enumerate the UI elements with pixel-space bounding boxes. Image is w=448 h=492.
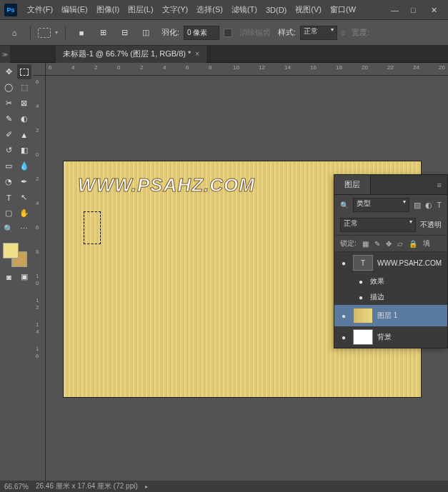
frame-tool[interactable]: ⊠: [17, 96, 32, 111]
lasso-tool[interactable]: ◯: [1, 80, 16, 95]
screenmode-tool[interactable]: ▣: [17, 269, 32, 284]
feather-input[interactable]: [184, 26, 219, 40]
layer-thumb: [353, 329, 373, 345]
document-tab[interactable]: 未标题-1 @ 66.7% (图层 1, RGB/8) * ×: [56, 46, 206, 63]
pen-tool[interactable]: ✒: [17, 174, 32, 189]
move-tool[interactable]: ✥: [1, 64, 16, 79]
dodge-tool[interactable]: ◔: [1, 174, 16, 189]
zoom-level[interactable]: 66.67%: [4, 483, 29, 491]
minimize-button[interactable]: ―: [391, 6, 399, 14]
eraser-tool[interactable]: ◧: [17, 143, 32, 158]
menu-3d[interactable]: 3D(D): [262, 3, 291, 17]
visibility-icon[interactable]: ●: [356, 278, 366, 286]
menu-edit[interactable]: 编辑(E): [57, 1, 92, 18]
layers-list: ● T WWW.PSAHZ.COM ● 效果 ● 描边 ● 图层 1 ● 背景: [334, 252, 447, 348]
marquee-tool[interactable]: [17, 64, 32, 79]
quickmask-tool[interactable]: ◙: [1, 269, 16, 284]
extra-tool[interactable]: ⋯: [17, 221, 32, 236]
search-icon[interactable]: 🔍: [340, 201, 349, 209]
filter-image-icon[interactable]: ▨: [414, 201, 421, 210]
hand-tool[interactable]: ✋: [17, 206, 32, 221]
effect-name: 描边: [370, 292, 384, 302]
shape-tool[interactable]: ▢: [1, 206, 16, 221]
layer-name: 背景: [377, 332, 392, 342]
menu-type[interactable]: 文字(Y): [158, 1, 193, 18]
maximize-button[interactable]: □: [411, 6, 419, 14]
gradient-tool[interactable]: ▭: [1, 159, 16, 174]
menu-layer[interactable]: 图层(L): [124, 1, 157, 18]
lock-paint-icon[interactable]: ✎: [374, 240, 380, 248]
document-tabs: 未标题-1 @ 66.7% (图层 1, RGB/8) * ×: [0, 46, 448, 63]
layer-item[interactable]: ● T WWW.PSAHZ.COM: [334, 252, 447, 273]
marquee-selection[interactable]: [84, 211, 101, 244]
ruler-vertical[interactable]: 6420246810121416: [33, 76, 46, 481]
lock-artboard-icon[interactable]: ▱: [397, 240, 403, 248]
filter-type-icon[interactable]: T: [437, 201, 442, 210]
visibility-icon[interactable]: ●: [356, 293, 366, 301]
new-selection-icon[interactable]: ■: [73, 24, 90, 41]
opacity-label: 不透明: [420, 220, 442, 230]
color-swatches[interactable]: [1, 241, 31, 266]
canvas-text: WWW.PSAHZ.COM: [78, 174, 255, 196]
close-button[interactable]: ✕: [431, 6, 439, 14]
menu-image[interactable]: 图像(I): [92, 1, 124, 18]
history-brush-tool[interactable]: ↺: [1, 143, 16, 158]
dock-collapse-icon[interactable]: ≫: [0, 46, 10, 63]
foreground-swatch[interactable]: [3, 243, 19, 258]
path-tool[interactable]: ↖: [17, 190, 32, 205]
app-logo: Ps: [4, 4, 17, 16]
blend-select[interactable]: 正常 ▾: [340, 218, 416, 232]
layer-item[interactable]: ● 背景: [334, 326, 447, 348]
subtract-selection-icon[interactable]: ⊟: [116, 24, 133, 41]
blur-tool[interactable]: 💧: [17, 159, 32, 174]
intersect-selection-icon[interactable]: ◫: [137, 24, 154, 41]
lock-pixels-icon[interactable]: ▦: [362, 240, 369, 248]
visibility-icon[interactable]: ●: [339, 333, 349, 341]
layers-panel: 图层 ≡ 🔍 类型 ▾ ▨ ◐ T 正常 ▾ 不透明 锁定: ▦ ✎ ✥ ▱ 🔒…: [334, 174, 448, 348]
menu-view[interactable]: 视图(V): [291, 1, 326, 18]
layer-thumb: T: [353, 255, 373, 271]
layer-item[interactable]: ● 图层 1: [334, 305, 447, 326]
style-label: 样式:: [278, 27, 296, 38]
layer-effect-stroke[interactable]: ● 描边: [334, 289, 447, 305]
layer-effects[interactable]: ● 效果: [334, 273, 447, 289]
layers-tab[interactable]: 图层: [334, 175, 371, 194]
crop-tool[interactable]: ✂: [1, 96, 16, 111]
add-selection-icon[interactable]: ⊞: [94, 24, 111, 41]
effects-label: 效果: [370, 276, 384, 286]
marquee-tool-preset-icon[interactable]: [38, 28, 51, 38]
stamp-tool[interactable]: ▲: [17, 127, 32, 142]
menu-filter[interactable]: 滤镜(T): [227, 1, 262, 18]
visibility-icon[interactable]: ●: [339, 259, 349, 267]
visibility-icon[interactable]: ●: [339, 312, 349, 320]
options-bar: ⌂ ▾ ■ ⊞ ⊟ ◫ 羽化: 消除锯齿 样式: 正常 ▾ ▯ 宽度:: [0, 20, 448, 46]
layer-name: WWW.PSAHZ.COM: [377, 259, 442, 267]
ruler-horizontal[interactable]: 64202468101214161820222426: [46, 63, 448, 76]
tools-panel: ✥ ◯⬚ ✂⊠ ✎◐ ✐▲ ↺◧ ▭💧 ◔✒ T↖ ▢✋ 🔍⋯ ◙▣: [0, 63, 33, 481]
tab-close-icon[interactable]: ×: [195, 50, 199, 58]
width-label: 宽度:: [352, 27, 369, 38]
panel-menu-icon[interactable]: ≡: [432, 181, 447, 189]
menu-file[interactable]: 文件(F): [23, 1, 57, 18]
menu-window[interactable]: 窗口(W: [326, 1, 360, 18]
filter-select[interactable]: 类型 ▾: [353, 198, 409, 212]
style-select[interactable]: 正常 ▾: [300, 26, 337, 40]
menu-select[interactable]: 选择(S): [192, 1, 227, 18]
ruler-corner: [33, 63, 46, 76]
antialias-checkbox[interactable]: [224, 29, 232, 37]
type-tool[interactable]: T: [1, 190, 16, 205]
zoom-tool[interactable]: 🔍: [1, 221, 16, 236]
status-bar: 66.67% 26.46 厘米 x 17.64 厘米 (72 ppi) ▸: [0, 481, 448, 492]
quick-select-tool[interactable]: ⬚: [17, 80, 32, 95]
brush-tool[interactable]: ✐: [1, 127, 16, 142]
home-icon[interactable]: ⌂: [6, 24, 23, 41]
heal-tool[interactable]: ◐: [17, 111, 32, 126]
feather-label: 羽化:: [161, 27, 179, 38]
lock-all-icon[interactable]: 🔒: [409, 240, 417, 248]
layer-name: 图层 1: [377, 311, 397, 321]
eyedropper-tool[interactable]: ✎: [1, 111, 16, 126]
layer-thumb: [353, 308, 373, 323]
tab-title: 未标题-1 @ 66.7% (图层 1, RGB/8) *: [63, 49, 191, 59]
lock-move-icon[interactable]: ✥: [386, 240, 392, 248]
filter-adjust-icon[interactable]: ◐: [425, 201, 432, 210]
